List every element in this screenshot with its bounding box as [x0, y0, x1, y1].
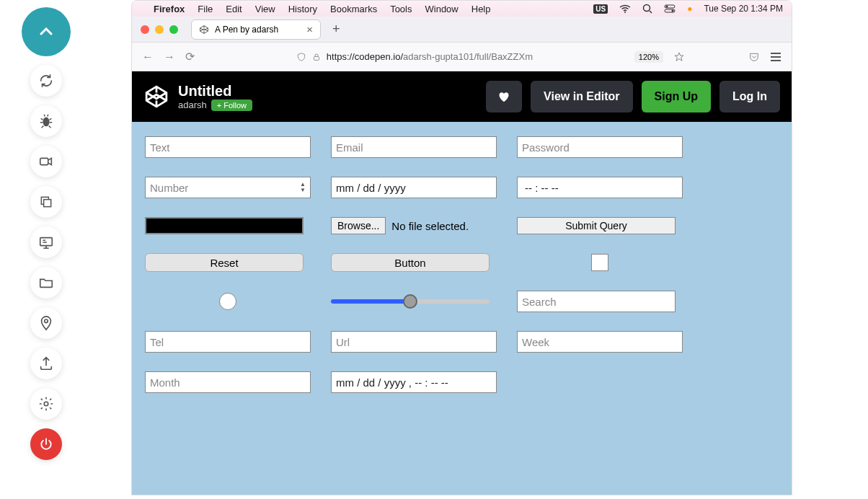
codepen-favicon-icon — [199, 25, 209, 35]
menubar-item[interactable]: Tools — [390, 4, 412, 14]
svg-point-0 — [43, 118, 49, 127]
svg-point-5 — [45, 319, 48, 323]
text-input[interactable] — [145, 136, 311, 158]
svg-point-8 — [644, 5, 650, 12]
floating-sidebar — [22, 7, 71, 460]
browser-window: Firefox File Edit View History Bookmarks… — [131, 0, 792, 495]
video-icon[interactable] — [30, 146, 62, 177]
url-path: adarsh-gupta101/full/BaxZZXm — [403, 51, 533, 62]
menubar-item[interactable]: Help — [471, 4, 491, 14]
window-controls — [141, 25, 178, 34]
tab-title: A Pen by adarsh — [215, 25, 278, 35]
minimize-window-button[interactable] — [155, 25, 164, 34]
monitor-icon[interactable] — [30, 226, 62, 258]
url-input[interactable] — [331, 331, 497, 353]
app-menu-icon[interactable] — [770, 52, 781, 62]
folder-icon[interactable] — [30, 267, 62, 299]
slider-thumb-icon[interactable] — [403, 294, 417, 309]
pocket-icon[interactable] — [748, 51, 760, 63]
shield-icon — [296, 52, 306, 62]
file-browse-button[interactable]: Browse... — [331, 217, 386, 234]
reload-button[interactable]: ⟳ — [185, 50, 195, 63]
color-input[interactable] — [145, 217, 304, 234]
svg-rect-3 — [44, 200, 51, 207]
url-host: https://codepen.io/ — [327, 51, 403, 62]
mac-menubar: Firefox File Edit View History Bookmarks… — [132, 1, 792, 17]
reset-button[interactable]: Reset — [145, 253, 304, 272]
gear-icon[interactable] — [30, 388, 62, 420]
lock-icon — [312, 52, 321, 62]
sync-icon[interactable] — [30, 65, 62, 97]
pen-content: Number▲▼ mm / dd / yyyy -- : -- -- Brows… — [132, 122, 792, 495]
week-input[interactable] — [517, 331, 683, 353]
bookmark-star-icon[interactable] — [673, 51, 685, 63]
new-tab-button[interactable]: + — [328, 22, 345, 37]
button-input[interactable]: Button — [331, 253, 490, 272]
submit-button[interactable]: Submit Query — [517, 217, 676, 234]
maximize-window-button[interactable] — [169, 25, 178, 34]
menubar-item[interactable]: File — [198, 4, 213, 14]
power-icon[interactable] — [30, 428, 62, 460]
menubar-item[interactable]: Bookmarks — [330, 4, 377, 14]
pen-title: Untitled — [178, 83, 252, 100]
browser-tab[interactable]: A Pen by adarsh × — [191, 19, 321, 40]
svg-point-11 — [666, 6, 668, 8]
location-icon[interactable] — [30, 307, 62, 339]
copy-icon[interactable] — [30, 186, 62, 218]
pen-author[interactable]: adarsh — [178, 100, 207, 110]
date-input[interactable]: mm / dd / yyyy — [331, 177, 497, 198]
codepen-header: Untitled adarsh + Follow View in Editor … — [132, 71, 792, 122]
log-in-button[interactable]: Log In — [719, 81, 780, 112]
menubar-item[interactable]: View — [255, 4, 275, 14]
sign-up-button[interactable]: Sign Up — [642, 81, 711, 112]
email-input[interactable] — [331, 136, 497, 158]
menubar-item[interactable]: Edit — [226, 4, 242, 14]
back-button[interactable]: ← — [142, 50, 154, 63]
datetime-local-input[interactable]: mm / dd / yyyy , -- : -- -- — [331, 371, 497, 393]
follow-button[interactable]: + Follow — [211, 100, 252, 111]
menubar-item[interactable]: History — [288, 4, 317, 14]
menubar-app[interactable]: Firefox — [154, 4, 185, 14]
month-input[interactable] — [145, 371, 311, 393]
checkbox-input[interactable] — [591, 254, 608, 271]
status-dot-icon: ● — [687, 4, 692, 14]
search-icon[interactable] — [642, 4, 652, 14]
number-stepper-icon[interactable]: ▲▼ — [300, 182, 306, 193]
menubar-datetime[interactable]: Tue Sep 20 1:34 PM — [704, 4, 783, 14]
bug-icon[interactable] — [30, 105, 62, 137]
wifi-icon[interactable] — [619, 4, 631, 13]
upload-icon[interactable] — [30, 348, 62, 379]
close-window-button[interactable] — [141, 25, 149, 34]
svg-rect-13 — [314, 56, 319, 60]
tab-strip: A Pen by adarsh × + — [132, 17, 792, 43]
codepen-logo-icon — [143, 84, 169, 110]
collapse-button[interactable] — [22, 7, 71, 56]
svg-rect-4 — [40, 238, 53, 246]
svg-rect-1 — [40, 158, 48, 164]
number-input[interactable]: Number▲▼ — [145, 177, 311, 198]
input-source-badge[interactable]: US — [593, 4, 608, 14]
control-center-icon[interactable] — [664, 4, 676, 13]
heart-button[interactable] — [486, 81, 522, 112]
svg-point-12 — [672, 10, 674, 12]
zoom-badge[interactable]: 120% — [634, 51, 663, 63]
tel-input[interactable] — [145, 331, 311, 353]
menubar-item[interactable]: Window — [425, 4, 459, 14]
radio-input[interactable] — [219, 293, 236, 310]
file-status-text: No file selected. — [391, 220, 469, 232]
search-input[interactable] — [517, 291, 676, 312]
svg-point-7 — [624, 12, 626, 13]
svg-point-6 — [44, 402, 48, 406]
url-toolbar: ← → ⟳ https://codepen.io/adarsh-gupta101… — [132, 43, 792, 71]
time-input[interactable]: -- : -- -- — [517, 177, 683, 198]
view-in-editor-button[interactable]: View in Editor — [531, 81, 633, 112]
address-bar[interactable]: https://codepen.io/adarsh-gupta101/full/… — [205, 51, 624, 62]
tab-close-button[interactable]: × — [306, 23, 313, 35]
range-input[interactable] — [331, 299, 490, 304]
password-input[interactable] — [517, 136, 683, 158]
forward-button[interactable]: → — [164, 50, 175, 63]
chevron-up-icon — [40, 27, 53, 36]
